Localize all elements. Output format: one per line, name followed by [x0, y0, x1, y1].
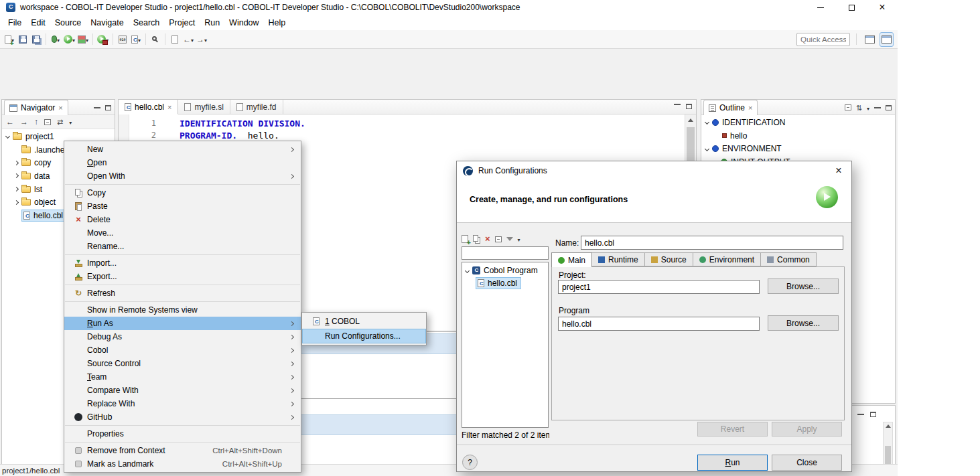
browse-program-button[interactable]: Browse... [768, 315, 839, 331]
menu-run[interactable]: Run [200, 16, 224, 29]
menu-project[interactable]: Project [164, 16, 200, 29]
submenu-item-1-cobol[interactable]: 1 COBOL [302, 314, 426, 329]
expander-icon[interactable] [14, 161, 19, 165]
expander-icon[interactable] [14, 173, 19, 178]
editor-tab-myfile-fd[interactable]: myfile.fd [230, 100, 283, 114]
close-dialog-button[interactable]: Close [772, 455, 842, 471]
program-input[interactable] [558, 317, 760, 331]
minimize-view-icon[interactable] [874, 107, 881, 108]
menu-item-mark-as-landmark[interactable]: Mark as LandmarkCtrl+Alt+Shift+Up [64, 457, 301, 471]
tab-source[interactable]: Source [645, 252, 693, 266]
coverage-button[interactable] [76, 32, 90, 47]
delete-configuration-button[interactable] [485, 234, 490, 244]
close-view-icon[interactable] [748, 103, 752, 112]
maximize-view-icon[interactable] [886, 105, 892, 110]
filter-button[interactable] [506, 237, 513, 241]
new-cobol-program-button[interactable] [129, 32, 143, 47]
minimize-view-icon[interactable] [674, 104, 681, 105]
menu-item-team[interactable]: Team [64, 370, 301, 384]
minimize-view-icon[interactable] [857, 414, 864, 415]
save-button[interactable] [16, 32, 29, 47]
maximize-view-icon[interactable] [870, 412, 876, 417]
browse-project-button[interactable]: Browse... [768, 279, 839, 294]
search-button[interactable] [149, 32, 162, 47]
menu-item-refresh[interactable]: Refresh [64, 287, 301, 300]
minimize-view-icon[interactable] [94, 107, 100, 108]
close-view-icon[interactable] [58, 103, 62, 112]
menu-item-open[interactable]: Open [64, 156, 301, 169]
tree-item-hello-cbl-config[interactable]: hello.cbl [476, 277, 548, 289]
close-window-button[interactable] [867, 0, 898, 15]
view-menu-icon[interactable] [867, 103, 869, 112]
menu-item-github[interactable]: GitHub [64, 410, 301, 424]
menu-file[interactable]: File [3, 16, 26, 29]
sort-icon[interactable] [856, 104, 862, 112]
maximize-view-icon[interactable] [686, 104, 692, 109]
build-cobol-button[interactable] [116, 32, 129, 47]
revert-button[interactable]: Revert [697, 422, 768, 437]
debug-button[interactable] [49, 32, 62, 47]
menu-item-cobol[interactable]: Cobol [64, 343, 301, 357]
maximize-view-icon[interactable] [105, 105, 111, 110]
menu-window[interactable]: Window [224, 16, 263, 29]
scroll-up-button[interactable] [685, 114, 696, 125]
menu-search[interactable]: Search [129, 16, 165, 29]
dialog-close-button[interactable] [827, 161, 850, 180]
cobol-perspective-button[interactable] [880, 32, 894, 47]
duplicate-configuration-button[interactable] [473, 235, 480, 244]
menu-navigate[interactable]: Navigate [86, 16, 128, 29]
collapse-all-icon[interactable] [44, 119, 51, 125]
external-tools-button[interactable] [96, 32, 110, 47]
expander-icon[interactable] [465, 268, 470, 272]
tab-main[interactable]: Main [551, 252, 592, 267]
run-toolbar-button[interactable] [62, 32, 76, 47]
apply-button[interactable]: Apply [772, 422, 842, 437]
project-input[interactable] [558, 280, 760, 294]
menu-item-debug-as[interactable]: Debug As [64, 330, 301, 343]
link-with-editor-icon[interactable] [57, 118, 63, 126]
configuration-filter-input[interactable] [462, 246, 549, 260]
menu-item-replace-with[interactable]: Replace With [64, 397, 301, 410]
menu-edit[interactable]: Edit [26, 16, 50, 29]
back-icon[interactable] [6, 118, 14, 126]
scroll-up-icon[interactable] [886, 424, 891, 428]
quick-access-input[interactable] [796, 33, 850, 46]
outline-item-identification[interactable]: IDENTIFICATION [701, 116, 895, 129]
menu-item-properties[interactable]: Properties [64, 427, 301, 441]
menu-item-remove-from-context[interactable]: Remove from ContextCtrl+Alt+Shift+Down [64, 444, 301, 457]
menu-item-paste[interactable]: Paste [64, 200, 301, 213]
menu-item-show-in-remote[interactable]: Show in Remote Systems view [64, 303, 301, 317]
close-tab-icon[interactable] [167, 102, 171, 112]
menu-item-source-control[interactable]: Source Control [64, 357, 301, 370]
name-input[interactable] [581, 236, 843, 250]
editor-tab-hello-cbl[interactable]: hello.cbl [119, 100, 178, 114]
open-perspective-button[interactable] [863, 32, 876, 47]
collapse-all-icon[interactable] [845, 104, 851, 110]
menu-item-copy[interactable]: Copy [64, 186, 301, 200]
expander-icon[interactable] [14, 187, 19, 191]
menu-item-open-with[interactable]: Open With [64, 169, 301, 183]
toolbar-menu-button[interactable] [518, 234, 520, 244]
run-button[interactable]: Run [697, 455, 768, 471]
tree-item-cobol-program[interactable]: Cobol Program [466, 266, 548, 275]
up-icon[interactable] [34, 118, 38, 126]
forward-button[interactable] [195, 32, 208, 47]
outline-item-environment[interactable]: ENVIRONMENT [701, 142, 895, 155]
forward-icon[interactable] [20, 118, 28, 126]
tab-common[interactable]: Common [761, 252, 817, 266]
collapse-all-button[interactable] [495, 236, 502, 242]
menu-item-delete[interactable]: Delete [64, 213, 301, 226]
tab-environment[interactable]: Environment [693, 252, 761, 266]
open-element-button[interactable] [168, 32, 182, 47]
menu-item-move[interactable]: Move... [64, 226, 301, 240]
back-button[interactable] [182, 32, 195, 47]
expander-icon[interactable] [14, 200, 19, 205]
expander-icon[interactable] [705, 147, 709, 151]
expander-icon[interactable] [705, 120, 709, 125]
menu-source[interactable]: Source [50, 16, 86, 29]
help-button[interactable]: ? [462, 455, 478, 470]
menu-item-import[interactable]: Import... [64, 256, 301, 270]
menu-item-new[interactable]: New [64, 143, 301, 156]
new-wizard-button[interactable] [3, 32, 16, 47]
menu-item-rename[interactable]: Rename... [64, 240, 301, 253]
